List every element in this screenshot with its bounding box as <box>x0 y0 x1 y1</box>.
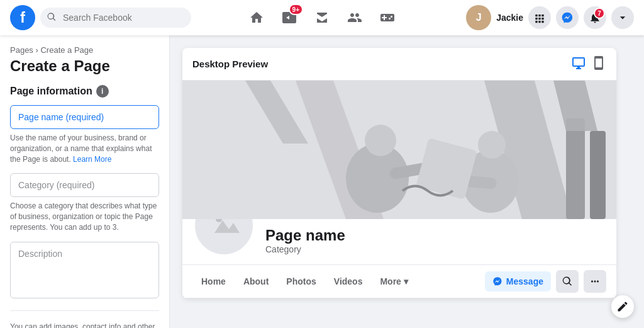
svg-rect-4 <box>566 118 585 219</box>
search-page-button[interactable] <box>556 270 579 293</box>
watch-badge: 9+ <box>289 4 303 15</box>
divider <box>10 310 159 311</box>
more-options-button[interactable] <box>584 270 606 293</box>
user-avatar[interactable]: J <box>466 5 491 30</box>
topnav-right: J Jackie 7 <box>426 5 634 30</box>
svg-rect-5 <box>590 131 606 219</box>
tab-about[interactable]: About <box>235 269 277 294</box>
breadcrumb: Pages › Create a Page <box>10 45 159 55</box>
cover-illustration <box>182 81 616 219</box>
description-input[interactable] <box>10 242 159 298</box>
right-panel: Desktop Preview <box>170 35 644 328</box>
svg-point-10 <box>478 131 506 159</box>
preview-title: Desktop Preview <box>192 59 268 69</box>
mobile-icon[interactable] <box>591 55 606 72</box>
notifications-button[interactable]: 7 <box>584 6 606 29</box>
search-input[interactable] <box>63 13 184 23</box>
breadcrumb-separator: › <box>36 45 38 55</box>
breadcrumb-current: Create a Page <box>40 45 93 55</box>
page-name-category: Page name Category <box>265 227 345 257</box>
preview-header: Desktop Preview <box>182 48 616 81</box>
page-name-input[interactable] <box>10 105 159 129</box>
search-box <box>40 8 191 28</box>
user-name-label[interactable]: Jackie <box>496 13 523 23</box>
cover-photo-area <box>182 81 616 219</box>
left-panel: Pages › Create a Page Create a Page Page… <box>0 35 170 328</box>
page-name-helper: Use the name of your business, brand or … <box>10 133 159 164</box>
notifications-badge: 7 <box>594 8 605 19</box>
category-helper: Choose a category that describes what ty… <box>10 201 159 232</box>
page-tabs: Home About Photos Videos More ▾ Message <box>182 265 616 298</box>
tab-videos[interactable]: Videos <box>325 269 372 294</box>
grid-menu-button[interactable] <box>528 6 551 29</box>
page-title: Create a Page <box>10 57 159 75</box>
tab-home[interactable]: Home <box>192 269 235 294</box>
main-layout: Pages › Create a Page Create a Page Page… <box>0 35 644 328</box>
search-icon <box>47 12 57 24</box>
preview-category: Category <box>265 244 345 254</box>
tab-photos[interactable]: Photos <box>277 269 325 294</box>
page-information-label: Page information <box>10 86 92 97</box>
desktop-icon[interactable] <box>571 55 586 72</box>
messenger-button[interactable] <box>556 6 579 29</box>
svg-point-7 <box>365 125 396 156</box>
gaming-nav-button[interactable] <box>372 3 402 33</box>
preview-card: Desktop Preview <box>182 48 616 298</box>
groups-nav-button[interactable] <box>340 3 370 33</box>
marketplace-nav-button[interactable] <box>307 3 337 33</box>
edit-icon-button[interactable] <box>611 295 634 318</box>
bottom-helper-text: You can add images, contact info and oth… <box>10 321 159 328</box>
page-information-header: Page information i <box>10 85 159 98</box>
account-menu-button[interactable] <box>611 6 634 29</box>
home-nav-button[interactable] <box>242 3 272 33</box>
category-input[interactable] <box>10 173 159 197</box>
more-chevron: ▾ <box>404 276 408 286</box>
breadcrumb-pages[interactable]: Pages <box>10 45 33 55</box>
watch-nav-button[interactable]: 9+ <box>274 3 304 33</box>
tab-more[interactable]: More ▾ <box>371 269 416 294</box>
topnav: f 9+ J Jackie <box>0 0 644 35</box>
topnav-center: 9+ <box>218 3 426 33</box>
page-actions: Message <box>485 265 606 298</box>
facebook-logo[interactable]: f <box>10 5 35 30</box>
info-icon[interactable]: i <box>96 85 109 98</box>
message-button[interactable]: Message <box>485 271 551 291</box>
preview-page-name: Page name <box>265 227 345 244</box>
device-toggle <box>571 55 606 72</box>
learn-more-link[interactable]: Learn More <box>73 155 111 164</box>
topnav-left: f <box>10 5 218 30</box>
